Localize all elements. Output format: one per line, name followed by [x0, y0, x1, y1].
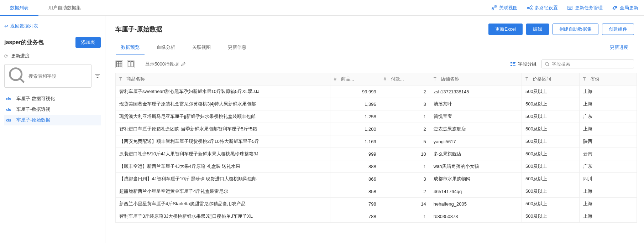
column-header[interactable]: #商品... [330, 73, 380, 86]
sub-tab[interactable]: 数据预览 [112, 40, 148, 55]
svg-point-25 [545, 62, 549, 65]
tree-item[interactable]: xls车厘子-原始数据 [4, 115, 101, 125]
type-icon: T [119, 76, 124, 82]
field-group-button[interactable]: 字段分组 [510, 61, 536, 67]
main-button[interactable]: 创建组件 [602, 24, 634, 35]
cell: 智利车厘子3斤装原箱3J大樱桃新鲜水果双J进口樱桃单J车厘子XL [116, 210, 330, 223]
top-tab[interactable]: 用户自助数据集 [38, 0, 91, 15]
update-task-mgmt-icon [567, 5, 573, 11]
sub-tab[interactable]: 血缘分析 [148, 40, 184, 55]
column-header[interactable]: #付款... [380, 73, 430, 86]
main-button[interactable]: 更新Excel [488, 24, 523, 35]
svg-point-3 [531, 6, 532, 7]
sub-tab[interactable]: 更新信息 [219, 40, 255, 55]
svg-rect-22 [513, 62, 515, 63]
cell: 1 [380, 210, 430, 223]
cell: 上海 [579, 210, 637, 223]
filter-icon[interactable] [94, 73, 101, 79]
tree-item[interactable]: xls车厘子-数据透视 [4, 104, 101, 115]
main-button[interactable]: 编辑 [526, 24, 549, 35]
table-row[interactable]: 智利进口车厘子原箱礼盒团购 当季新鲜水果包邮智利车厘子5斤*5箱1,2002壹农… [116, 123, 637, 135]
refresh-icon: ⟳ [4, 53, 8, 59]
cell: 上海 [579, 86, 637, 98]
table-row[interactable]: 现货美国黄金车厘子原装礼盒雷尼尔黄樱桃3j4j特大果新鲜水果包邮1,3963清溪… [116, 98, 637, 110]
sub-tab[interactable]: 关联视图 [184, 40, 219, 55]
cell: 云南 [579, 148, 637, 160]
top-tab[interactable]: 数据列表 [0, 0, 38, 15]
xls-icon: xls [6, 118, 14, 122]
cell: 500及以上 [522, 173, 579, 185]
cell: yangli5617 [430, 135, 522, 148]
table-row[interactable]: 超甜脆新西兰小星星空运黄金车厘子4斤礼盒装雷尼尔8582465141764qq5… [116, 185, 637, 198]
tree-item[interactable]: xls车厘子-数据可视化 [4, 93, 101, 104]
column-header[interactable]: T价格区间 [522, 73, 579, 86]
global-update-icon [612, 5, 618, 11]
type-icon: T [525, 76, 530, 82]
sidebar-search-input[interactable] [28, 73, 88, 79]
cell: 858 [330, 185, 380, 198]
cell: 简悦宝宝 [430, 110, 522, 123]
return-link[interactable]: ↩ 返回数据列表 [4, 21, 101, 31]
field-search-input[interactable] [552, 61, 631, 67]
cell: 500及以上 [522, 135, 579, 148]
page-title: 车厘子-原始数据 [115, 25, 162, 33]
svg-rect-5 [568, 6, 572, 10]
table-row[interactable]: 【顺丰空运】新西兰车厘子4J大果4斤原箱 礼盒装 送礼水果8881wan黑暗角落… [116, 160, 637, 173]
cell: 500及以上 [522, 148, 579, 160]
table-row[interactable]: 【成都当日到】4J智利车厘子10斤 黑珍珠 现货进口大樱桃顺风包邮8663成都市… [116, 173, 637, 185]
cell: 3 [380, 173, 430, 185]
cell: 99,999 [330, 86, 380, 98]
svg-point-2 [527, 7, 529, 9]
sidebar: ↩ 返回数据列表 jasper的业务包 添加表 ⟳ 更新进度 [0, 16, 105, 243]
cell: 866 [330, 173, 380, 185]
update-progress-tab[interactable]: 更新进度 [601, 40, 637, 55]
svg-rect-13 [117, 61, 122, 67]
cell: 788 [330, 210, 380, 223]
svg-point-4 [531, 9, 532, 10]
cell: 500及以上 [522, 160, 579, 173]
cell: 新西兰小星星黄车厘子4斤Starletta脆甜雷尼尔精品食用农产品 [116, 198, 330, 210]
update-progress-link[interactable]: ⟳ 更新进度 [4, 51, 101, 61]
edit-icon[interactable] [181, 62, 186, 67]
svg-rect-24 [513, 65, 515, 66]
svg-rect-21 [511, 65, 512, 66]
cell: 【顺丰空运】新西兰车厘子4J大果4斤原箱 礼盒装 送礼水果 [116, 160, 330, 173]
cell: 3 [380, 98, 430, 110]
row-count[interactable]: 显示5000行数据 [145, 61, 186, 67]
cell: 超甜脆新西兰小星星空运黄金车厘子4斤礼盒装雷尼尔 [116, 185, 330, 198]
cell: 广东 [579, 160, 637, 173]
field-search[interactable] [541, 60, 634, 68]
global-update-button[interactable]: 全局更新 [612, 5, 638, 11]
table-row[interactable]: 现货澳大利亚塔斯马尼亚车厘子jj新鲜孕妇水果樱桃礼盒装顺丰包邮1,2581简悦宝… [116, 110, 637, 123]
type-icon: T [434, 76, 438, 82]
svg-line-26 [548, 65, 549, 66]
add-table-button[interactable]: 添加表 [75, 37, 101, 48]
group-icon [510, 61, 516, 67]
update-task-mgmt-button[interactable]: 更新任务管理 [567, 5, 603, 11]
table-row[interactable]: 智利车厘子3斤装原箱3J大樱桃新鲜水果双J进口樱桃单J车厘子XL7881tb80… [116, 210, 637, 223]
table-view-icon[interactable] [115, 60, 123, 68]
cell: tb80350373 [430, 210, 522, 223]
cell: 2 [380, 185, 430, 198]
cell: 500及以上 [522, 198, 579, 210]
xls-icon: xls [6, 97, 14, 101]
cell: 原装进口礼盒5/10斤4J大果智利车厘子新鲜水果大樱桃黑珍珠整箱3J [116, 148, 330, 160]
cell: 465141764qq [430, 185, 522, 198]
multipath-settings-icon [527, 5, 533, 11]
table-row[interactable]: 【西安免费配送】顺丰智利车厘子现货樱桃2斤10特大新鲜车里子5斤1,1695ya… [116, 135, 637, 148]
svg-rect-20 [511, 62, 512, 63]
svg-line-9 [20, 79, 24, 82]
column-view-icon[interactable] [127, 60, 135, 68]
cell: 500及以上 [522, 210, 579, 223]
column-header[interactable]: T商品名称 [116, 73, 330, 86]
relation-view-button[interactable]: 关联视图 [491, 5, 518, 11]
column-header[interactable]: T店铺名称 [430, 73, 522, 86]
cell: zsh13721338145 [430, 86, 522, 98]
multipath-settings-button[interactable]: 多路径设置 [527, 5, 558, 11]
sidebar-search[interactable] [4, 64, 91, 88]
table-row[interactable]: 原装进口礼盒5/10斤4J大果智利车厘子新鲜水果大樱桃黑珍珠整箱3J99910多… [116, 148, 637, 160]
table-row[interactable]: 新西兰小星星黄车厘子4斤Starletta脆甜雷尼尔精品食用农产品79814he… [116, 198, 637, 210]
table-row[interactable]: 智利车厘子sweetheart甜心黑车孕妇新鲜水果10斤装原箱5斤XL双JJJ9… [116, 86, 637, 98]
main-button[interactable]: 创建自助数据集 [553, 24, 598, 35]
column-header[interactable]: T省份 [579, 73, 637, 86]
